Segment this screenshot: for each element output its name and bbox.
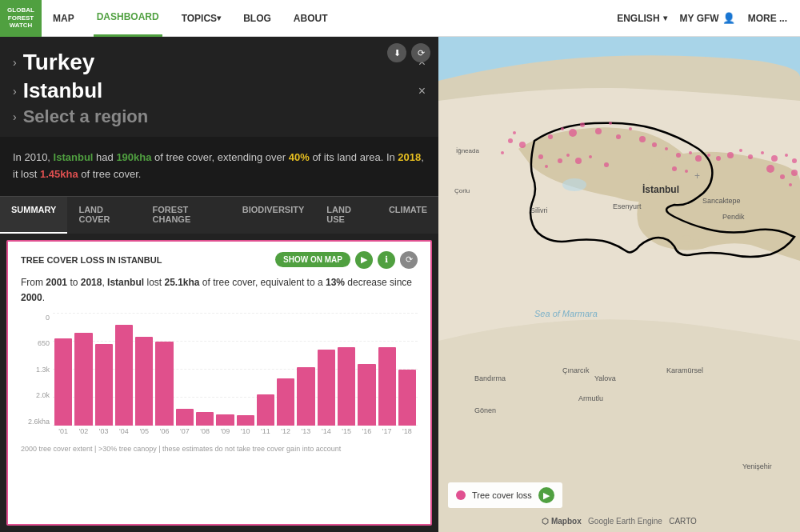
nav-my-gfw[interactable]: MY GFW 👤: [680, 12, 735, 24]
breadcrumb-istanbul[interactable]: › Istanbul ×: [13, 78, 426, 103]
bar-0[interactable]: [54, 338, 72, 426]
bar-9[interactable]: [237, 415, 254, 426]
bar-chart-main: [53, 314, 418, 426]
svg-point-8: [580, 122, 585, 127]
bar-col-14: [338, 314, 355, 426]
bar-15[interactable]: [358, 364, 375, 426]
tab-climate[interactable]: CLIMATE: [378, 197, 438, 234]
bar-col-5: [155, 314, 173, 426]
chevron-icon-2: ›: [13, 85, 17, 98]
svg-text:İstanbul: İstanbul: [642, 183, 679, 195]
bar-5[interactable]: [155, 342, 173, 426]
tab-forest-change[interactable]: FOREST CHANGE: [142, 197, 231, 234]
x-axis-labels: '01'02'03'04'05'06'07'08'09'10'11'12'13'…: [53, 427, 418, 442]
breadcrumb-select-region[interactable]: › Select a region: [13, 106, 426, 127]
close-istanbul-icon[interactable]: ×: [418, 84, 426, 98]
svg-point-33: [685, 170, 688, 173]
nav-map[interactable]: MAP: [50, 0, 78, 37]
bar-col-13: [318, 314, 335, 426]
nav-topics[interactable]: TOPICS: [178, 0, 224, 37]
tab-land-use[interactable]: LAND USE: [315, 197, 378, 234]
svg-point-7: [569, 129, 577, 137]
x-label-6: '07: [176, 427, 194, 442]
x-label-8: '09: [216, 427, 234, 442]
svg-text:+: +: [694, 170, 700, 182]
legend-dot: [456, 490, 466, 500]
download-icon[interactable]: ⬇: [387, 43, 406, 62]
svg-point-9: [595, 128, 602, 134]
svg-point-37: [589, 155, 592, 158]
summary-box: In 2010, Istanbul had 190kha of tree cov…: [0, 137, 438, 196]
bar-8[interactable]: [216, 414, 234, 426]
x-label-4: '05: [135, 427, 153, 442]
nav-language[interactable]: ENGLISH: [617, 13, 666, 24]
svg-text:Silivri: Silivri: [530, 206, 548, 214]
svg-text:Yenişehir: Yenişehir: [742, 462, 772, 470]
tab-land-cover[interactable]: LAND COVER: [67, 197, 141, 234]
breadcrumb-turkey-label: Turkey: [23, 50, 95, 75]
bar-10[interactable]: [257, 394, 274, 426]
breadcrumb-turkey[interactable]: › Turkey ×: [13, 50, 426, 75]
y-label-1: 650: [21, 339, 50, 347]
bar-chart: 2.6kha 2.0k 1.3k 650 0: [21, 314, 418, 442]
chart-share-icon[interactable]: ⟳: [400, 251, 418, 269]
y-label-3: 2.0k: [21, 391, 50, 399]
chart-info-icon[interactable]: ℹ: [378, 251, 395, 269]
logo-text: GLOBALFORESTWATCH: [7, 6, 34, 30]
svg-point-40: [538, 154, 543, 159]
tab-summary[interactable]: SUMMARY: [0, 197, 67, 234]
bar-14[interactable]: [338, 347, 355, 426]
y-label-2: 1.3k: [21, 366, 50, 374]
svg-point-6: [561, 127, 564, 130]
svg-text:Sea of Marmara: Sea of Marmara: [534, 309, 598, 318]
svg-point-28: [766, 165, 774, 173]
nav-dashboard[interactable]: DASHBOARD: [94, 0, 162, 37]
bar-7[interactable]: [196, 412, 214, 426]
nav-about[interactable]: ABOUT: [290, 0, 331, 37]
bar-16[interactable]: [378, 347, 396, 426]
svg-point-5: [548, 134, 553, 139]
svg-point-14: [652, 142, 657, 147]
svg-point-22: [739, 149, 742, 152]
svg-point-10: [609, 122, 612, 125]
bar-11[interactable]: [277, 378, 294, 426]
svg-point-35: [566, 154, 570, 157]
svg-point-20: [716, 156, 721, 161]
bar-col-10: [257, 314, 274, 426]
bar-1[interactable]: [74, 333, 92, 426]
chart-controls: SHOW ON MAP ▶ ℹ ⟳: [275, 251, 418, 269]
bar-2[interactable]: [95, 344, 113, 426]
map-panel: İstanbul Silivri Esenyurt Sancaktepe Pen…: [438, 37, 800, 532]
svg-point-19: [707, 154, 710, 157]
tabs-bar: SUMMARY LAND COVER FOREST CHANGE BIODIVE…: [0, 196, 438, 234]
tab-biodiversity[interactable]: BIODIVERSITY: [231, 197, 316, 234]
chart-title: TREE COVER LOSS IN ISTANBUL: [21, 255, 162, 265]
bar-3[interactable]: [115, 325, 133, 426]
svg-point-26: [785, 154, 788, 157]
nav-more[interactable]: MORE ...: [748, 13, 787, 24]
top-navigation: GLOBALFORESTWATCH MAP DASHBOARD TOPICS B…: [0, 0, 800, 37]
bar-13[interactable]: [318, 350, 335, 426]
logo[interactable]: GLOBALFORESTWATCH: [0, 0, 42, 37]
show-on-map-button[interactable]: SHOW ON MAP: [275, 252, 350, 267]
svg-point-39: [545, 165, 548, 168]
share-icon[interactable]: ⟳: [411, 43, 430, 62]
bar-col-2: [95, 314, 113, 426]
bar-17[interactable]: [398, 370, 416, 426]
svg-point-38: [604, 162, 609, 167]
bar-12[interactable]: [297, 367, 314, 426]
nav-blog[interactable]: BLOG: [240, 0, 274, 37]
svg-point-17: [689, 151, 692, 154]
svg-text:Çorlu: Çorlu: [454, 187, 470, 194]
bar-4[interactable]: [135, 337, 153, 426]
chart-area: TREE COVER LOSS IN ISTANBUL SHOW ON MAP …: [6, 240, 432, 526]
legend-action-icon[interactable]: ▶: [538, 487, 554, 503]
bar-col-9: [237, 314, 254, 426]
x-label-1: '02: [74, 427, 92, 442]
y-label-4: 2.6kha: [21, 418, 50, 426]
chart-play-icon[interactable]: ▶: [355, 251, 373, 269]
bar-6[interactable]: [176, 409, 194, 426]
svg-text:Yalova: Yalova: [594, 374, 616, 382]
svg-text:Pendik: Pendik: [722, 213, 745, 221]
chart-summary-text: From 2001 to 2018, Istanbul lost 25.1kha…: [21, 275, 418, 306]
